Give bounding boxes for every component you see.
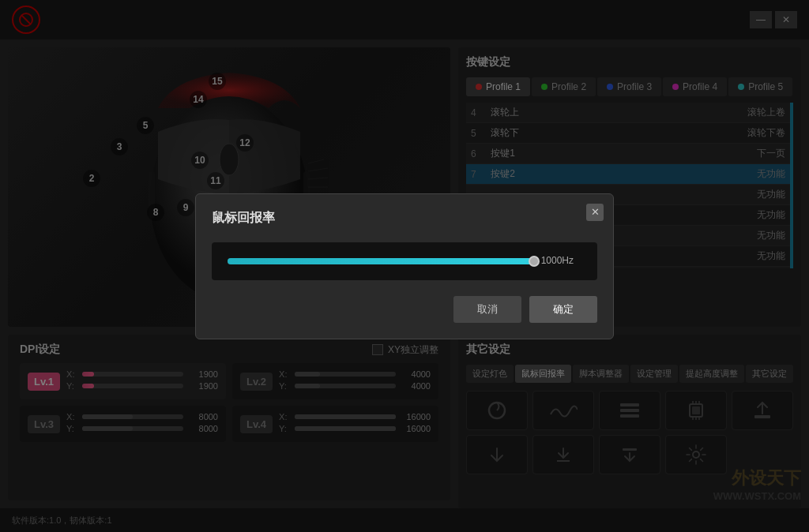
hz-slider-wrapper: 1000Hz	[228, 258, 581, 264]
modal-confirm-button[interactable]: 确定	[529, 296, 597, 323]
hz-slider-thumb[interactable]	[529, 256, 540, 267]
modal-buttons: 取消 确定	[212, 296, 597, 323]
modal-close-button[interactable]: ✕	[586, 204, 604, 221]
modal-cancel-button[interactable]: 取消	[453, 296, 521, 323]
slider-container: 1000Hz	[212, 242, 597, 280]
modal-overlay: 鼠标回报率 ✕ 1000Hz 取消 确定	[0, 0, 809, 532]
hz-slider-fill	[228, 258, 534, 264]
report-rate-modal: 鼠标回报率 ✕ 1000Hz 取消 确定	[195, 193, 614, 339]
modal-title: 鼠标回报率	[212, 210, 597, 227]
hz-value-label: 1000Hz	[541, 255, 574, 266]
hz-slider-track[interactable]: 1000Hz	[228, 258, 534, 264]
